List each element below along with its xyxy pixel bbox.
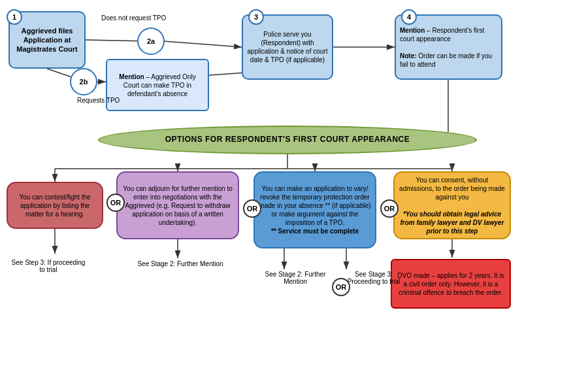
badge-4: 4 bbox=[401, 9, 417, 25]
see-stage3-label: See Stage 3: Proceeding to trial bbox=[341, 271, 406, 285]
or-circle-2: OR bbox=[243, 199, 261, 218]
dvo-box: DVO made – applies for 2 years. It is a … bbox=[391, 259, 511, 309]
node-2a: 2a bbox=[137, 27, 165, 55]
badge-3: 3 bbox=[248, 9, 264, 25]
node-2b-label: 2b bbox=[80, 77, 88, 86]
no-tpo-label: Does not request TPO bbox=[101, 14, 166, 22]
mention-title: Mention bbox=[119, 73, 144, 80]
or-circle-bottom: OR bbox=[332, 278, 350, 296]
oval-label: OPTIONS FOR RESPONDENT'S FIRST COURT APP… bbox=[165, 135, 410, 145]
consent-box: You can consent, without admissions, to … bbox=[393, 171, 511, 239]
mention-box: Mention – Aggrieved Only Court can make … bbox=[106, 59, 209, 111]
flowchart-diagram: Aggrieved files Application at Magistrat… bbox=[0, 0, 588, 391]
step-1-label: Aggrieved files Application at Magistrat… bbox=[14, 26, 80, 54]
step-4-note-title: Note: bbox=[400, 52, 417, 60]
dvo-label: DVO made – applies for 2 years. It is a … bbox=[396, 271, 506, 297]
consent-advice: *You should obtain legal advice from fam… bbox=[400, 211, 504, 235]
mention-body: Court can make TPO in defendant's absenc… bbox=[123, 82, 191, 97]
see-step3-label: See Step 3: If proceeding to trial bbox=[9, 259, 88, 273]
svg-line-3 bbox=[165, 41, 242, 47]
see-stage2-left-label: See Stage 2: Further Mention bbox=[128, 260, 233, 267]
see-stage2-right-label: See Stage 2: Further Mention bbox=[256, 271, 335, 285]
options-oval: OPTIONS FOR RESPONDENT'S FIRST COURT APP… bbox=[98, 126, 477, 154]
vary-note: ** Service must be complete bbox=[271, 228, 359, 235]
step-3-label: Police serve you (Respondent) with appli… bbox=[247, 30, 328, 64]
or-circle-3: OR bbox=[380, 199, 399, 218]
node-2b: 2b bbox=[70, 68, 97, 95]
contest-box: You can contest/fight the application by… bbox=[7, 182, 103, 229]
vary-box: You can make an application to vary/ rev… bbox=[253, 171, 376, 248]
adjourn-label: You can adjourn for further mention to e… bbox=[122, 184, 234, 227]
step-4-title: Mention bbox=[400, 27, 425, 34]
adjourn-box: You can adjourn for further mention to e… bbox=[116, 171, 239, 239]
node-2a-label: 2a bbox=[147, 37, 155, 46]
badge-1: 1 bbox=[7, 9, 22, 25]
consent-label: You can consent, without admissions, to … bbox=[399, 177, 505, 201]
req-tpo-label: Requests TPO bbox=[77, 97, 120, 104]
or-circle-1: OR bbox=[106, 194, 125, 212]
contest-label: You can contest/fight the application by… bbox=[12, 193, 98, 218]
vary-label: You can make an application to vary/ rev… bbox=[259, 185, 370, 226]
mention-subtitle: – Aggrieved Only bbox=[146, 73, 195, 80]
